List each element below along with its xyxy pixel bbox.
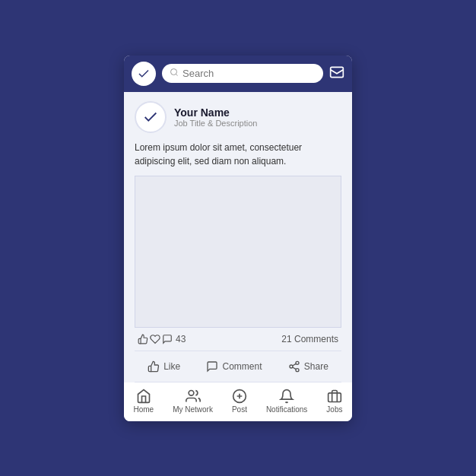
share-icon — [288, 360, 300, 373]
post-icon — [232, 389, 247, 404]
like-icon — [148, 360, 160, 373]
search-bar[interactable] — [162, 64, 323, 83]
home-icon — [136, 389, 151, 404]
svg-point-8 — [189, 390, 194, 395]
network-label: My Network — [173, 405, 213, 414]
nav-item-home[interactable]: Home — [133, 389, 154, 414]
like-label: Like — [163, 361, 180, 372]
comment-label: Comment — [222, 361, 262, 372]
svg-point-3 — [296, 361, 299, 364]
heart-reaction-icon — [150, 334, 160, 344]
user-title: Job Title & Description — [174, 119, 257, 128]
reaction-count: 43 — [176, 334, 186, 344]
bottom-nav: Home My Network Post — [124, 382, 352, 421]
search-icon — [170, 68, 179, 79]
svg-rect-12 — [328, 392, 341, 401]
clap-reaction-icon — [162, 334, 173, 344]
svg-point-4 — [290, 365, 293, 368]
comments-count: 21 Comments — [281, 334, 338, 344]
phone-frame: Your Name Job Title & Description Lorem … — [124, 56, 352, 421]
nav-item-notifications[interactable]: Notifications — [266, 389, 307, 414]
bell-icon — [279, 389, 294, 404]
reaction-icons — [138, 334, 173, 344]
svg-point-5 — [296, 368, 299, 371]
post-text: Lorem ipsum dolor sit amet, consectetuer… — [135, 141, 341, 168]
post-label: Post — [232, 405, 247, 414]
svg-point-0 — [171, 69, 177, 75]
like-button[interactable]: Like — [141, 357, 186, 376]
notifications-label: Notifications — [266, 405, 307, 414]
nav-item-post[interactable]: Post — [232, 389, 247, 414]
action-bar: Like Comment Share — [135, 351, 341, 382]
user-info: Your Name Job Title & Description — [135, 101, 341, 133]
network-icon — [186, 389, 201, 404]
share-label: Share — [304, 361, 328, 372]
top-nav — [124, 56, 352, 92]
jobs-label: Jobs — [326, 405, 342, 414]
share-button[interactable]: Share — [282, 357, 335, 376]
linkedin-logo — [132, 62, 156, 86]
user-name: Your Name — [174, 106, 257, 119]
comment-button[interactable]: Comment — [200, 357, 268, 376]
comment-icon — [206, 360, 218, 373]
jobs-icon — [327, 389, 342, 404]
messages-icon[interactable] — [329, 65, 344, 83]
reactions-left: 43 — [138, 334, 186, 344]
user-details: Your Name Job Title & Description — [174, 106, 257, 128]
like-reaction-icon — [138, 334, 148, 344]
svg-line-1 — [176, 74, 177, 75]
svg-rect-2 — [331, 67, 344, 77]
post-card: Your Name Job Title & Description Lorem … — [124, 92, 352, 382]
post-image — [135, 176, 341, 328]
reactions-bar: 43 21 Comments — [135, 328, 341, 351]
avatar — [135, 101, 167, 133]
svg-line-6 — [293, 367, 297, 370]
home-label: Home — [133, 405, 154, 414]
nav-item-jobs[interactable]: Jobs — [326, 389, 342, 414]
nav-item-network[interactable]: My Network — [173, 389, 213, 414]
search-input[interactable] — [182, 68, 316, 79]
svg-line-7 — [293, 363, 297, 366]
